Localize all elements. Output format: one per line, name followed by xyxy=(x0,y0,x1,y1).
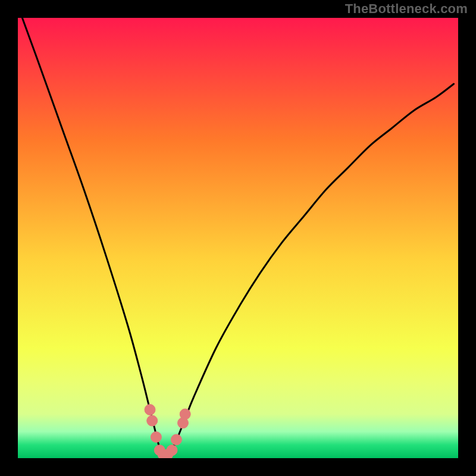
marker-right-near-trough xyxy=(171,434,181,445)
plot-area xyxy=(18,18,458,458)
gradient-background xyxy=(18,18,458,458)
marker-left-flank-lower xyxy=(147,415,158,426)
marker-right-flank-upper xyxy=(180,409,190,419)
marker-trough-right xyxy=(167,445,177,456)
watermark-text: TheBottleneck.com xyxy=(345,1,468,17)
marker-left-near-trough xyxy=(151,432,161,443)
chart-frame: TheBottleneck.com xyxy=(0,0,476,476)
plot-svg xyxy=(18,18,458,458)
marker-left-flank-upper xyxy=(145,405,155,415)
